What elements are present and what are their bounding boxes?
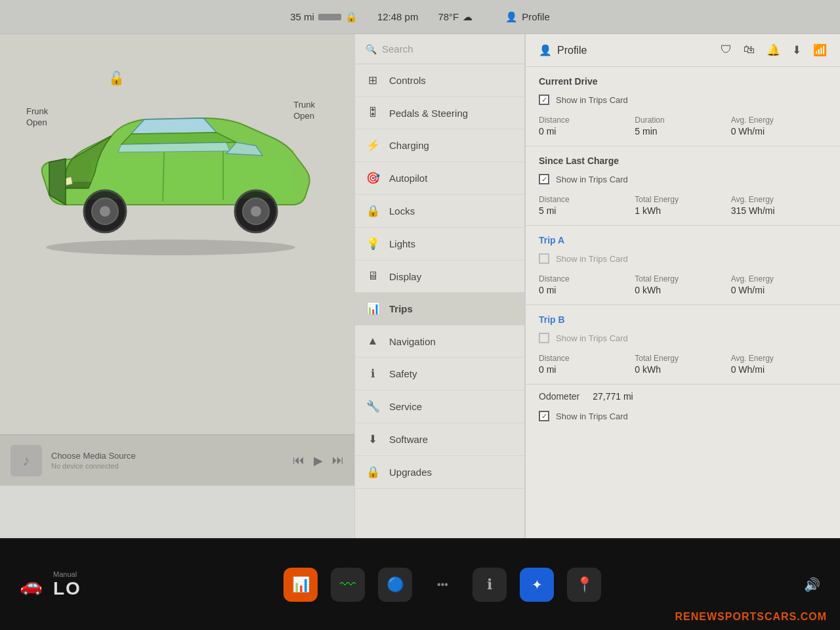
right-panel: 👤 Profile 🛡 🛍 🔔 ⬇ 📶 Current Drive Show i… (525, 34, 840, 538)
shield-icon[interactable]: 🛡 (721, 43, 732, 57)
watermark-text: RENEWSPORTSCARS.COM (675, 611, 827, 623)
profile-status[interactable]: 👤 Profile (505, 11, 550, 23)
main-screen: 35 mi 🔒 12:48 pm 78°F ☁ 👤 Profile Frunk … (0, 0, 840, 538)
stat-label-avg-energy-ta: Avg. Energy (731, 274, 827, 284)
media-subtitle: No device connected (51, 462, 284, 470)
trip-b-avg-energy: Avg. Energy 0 Wh/mi (731, 354, 827, 375)
lights-label: Lights (389, 238, 415, 249)
stat-label-energy-cd: Avg. Energy (731, 116, 827, 125)
stat-value-avg-energy-ta: 0 Wh/mi (731, 285, 827, 295)
profile-label: Profile (522, 11, 550, 22)
upgrades-icon: 🔒 (366, 465, 380, 479)
stat-label-total-energy-ta: Total Energy (635, 274, 730, 284)
stat-value-distance-ta: 0 mi (539, 285, 635, 295)
trip-b-stats: Distance 0 mi Total Energy 0 kWh Avg. En… (526, 350, 840, 384)
volume-icon[interactable]: 🔊 (804, 578, 820, 592)
navigation-icon: ▲ (366, 335, 380, 348)
since-last-charge-title: Since Last Charge (526, 146, 840, 171)
bell-icon[interactable]: 🔔 (766, 43, 780, 57)
profile-header-icon: 👤 (539, 44, 552, 56)
stat-label-total-energy-tb: Total Energy (635, 354, 730, 363)
bag-icon[interactable]: 🛍 (744, 43, 755, 57)
odometer-checkbox-row[interactable]: Show in Trips Card (526, 408, 840, 428)
info-button[interactable]: ℹ (472, 568, 507, 602)
pedals-label: Pedals & Steering (389, 108, 468, 119)
since-last-charge-checkbox-row[interactable]: Show in Trips Card (526, 171, 840, 191)
menu-item-safety[interactable]: ℹ Safety (355, 358, 524, 390)
stat-value-avg-energy-tb: 0 Wh/mi (731, 364, 827, 375)
download-icon[interactable]: ⬇ (792, 43, 801, 57)
stat-value-distance-cd: 0 mi (539, 126, 635, 136)
menu-item-navigation[interactable]: ▲ Navigation (355, 326, 524, 358)
stat-label-distance-ta: Distance (539, 274, 635, 284)
stat-label-duration: Duration (635, 116, 730, 125)
display-label: Display (389, 271, 421, 282)
play-button[interactable]: ▶ (314, 453, 323, 468)
stat-label-avg-energy-tb: Avg. Energy (731, 354, 827, 363)
watermark-suffix: SPORTSCARS.COM (717, 611, 827, 622)
since-last-charge-avg-energy: Avg. Energy 315 Wh/mi (731, 195, 827, 216)
trip-b-distance: Distance 0 mi (539, 354, 635, 375)
middle-panel: 🔍 Search ⊞ Controls 🎛 Pedals & Steering … (354, 34, 525, 538)
more-button[interactable]: ••• (425, 568, 459, 602)
odometer-row: Odometer 27,771 mi (526, 385, 840, 408)
menu-item-autopilot[interactable]: 🎯 Autopilot (355, 162, 524, 195)
bluetooth-button[interactable]: ✦ (520, 568, 554, 602)
car-icon: 🚗 (20, 574, 43, 596)
menu-item-trips[interactable]: 📊 Trips (355, 293, 524, 326)
since-last-charge-checkbox[interactable] (539, 174, 549, 184)
media-bar: ♪ Choose Media Source No device connecte… (0, 434, 354, 486)
status-bar: 35 mi 🔒 12:48 pm 78°F ☁ 👤 Profile (0, 0, 840, 34)
menu-item-locks[interactable]: 🔒 Locks (355, 195, 524, 228)
prev-track-button[interactable]: ⏮ (293, 453, 304, 468)
stat-label-avg-energy-slc: Avg. Energy (731, 195, 827, 204)
trip-a-avg-energy: Avg. Energy 0 Wh/mi (731, 274, 827, 295)
menu-item-pedals[interactable]: 🎛 Pedals & Steering (355, 97, 524, 129)
trip-a-checkbox-row[interactable]: Show in Trips Card (526, 251, 840, 270)
weather-icon: ☁ (463, 11, 472, 23)
drive-info: Manual LO (53, 570, 81, 599)
since-last-charge-stats: Distance 5 mi Total Energy 1 kWh Avg. En… (526, 191, 840, 225)
current-drive-checkbox[interactable] (539, 94, 549, 105)
car-svg (13, 74, 328, 257)
menu-item-upgrades[interactable]: 🔒 Upgrades (355, 456, 524, 489)
trip-a-title: Trip A (526, 226, 840, 251)
energy-button[interactable]: 〰 (331, 568, 365, 602)
lights-icon: 💡 (366, 237, 380, 251)
stat-label-distance-tb: Distance (539, 354, 635, 363)
current-drive-checkbox-row[interactable]: Show in Trips Card (526, 92, 840, 112)
current-drive-energy: Avg. Energy 0 Wh/mi (731, 116, 827, 136)
locks-icon: 🔒 (366, 204, 380, 218)
lock-icon: 🔒 (345, 11, 358, 23)
menu-item-software[interactable]: ⬇ Software (355, 423, 524, 456)
map-pin-button[interactable]: 📍 (567, 568, 601, 602)
current-drive-stats: Distance 0 mi Duration 5 min Avg. Energy… (526, 112, 840, 146)
odometer-checkbox[interactable] (539, 411, 549, 421)
menu-item-display[interactable]: 🖥 Display (355, 261, 524, 293)
service-label: Service (389, 401, 422, 412)
taskbar-left: 🚗 Manual LO (20, 570, 81, 599)
trip-a-checkbox-label: Show in Trips Card (556, 254, 628, 264)
search-bar[interactable]: 🔍 Search (355, 34, 524, 64)
signal-icon[interactable]: 📶 (813, 43, 827, 57)
current-drive-distance: Distance 0 mi (539, 116, 635, 136)
menu-item-controls[interactable]: ⊞ Controls (355, 64, 524, 97)
location-button[interactable]: 🔵 (378, 568, 412, 602)
time-value: 12:48 pm (377, 11, 419, 22)
current-drive-title: Current Drive (526, 67, 840, 92)
trip-a-checkbox[interactable] (539, 253, 549, 264)
stat-label-total-energy-slc: Total Energy (635, 195, 730, 204)
since-last-charge-energy-total: Total Energy 1 kWh (635, 195, 730, 216)
trip-b-checkbox[interactable] (539, 333, 549, 343)
trip-b-checkbox-row[interactable]: Show in Trips Card (526, 330, 840, 350)
stat-value-energy-cd: 0 Wh/mi (731, 126, 827, 136)
profile-title-section: 👤 Profile (539, 44, 587, 56)
search-placeholder: Search (382, 43, 413, 54)
audio-button[interactable]: 📊 (284, 568, 318, 602)
charging-icon: ⚡ (366, 138, 380, 152)
menu-item-charging[interactable]: ⚡ Charging (355, 129, 524, 162)
menu-item-service[interactable]: 🔧 Service (355, 390, 524, 423)
menu-item-lights[interactable]: 💡 Lights (355, 228, 524, 261)
stat-label-distance-cd: Distance (539, 116, 635, 125)
next-track-button[interactable]: ⏭ (332, 453, 344, 468)
